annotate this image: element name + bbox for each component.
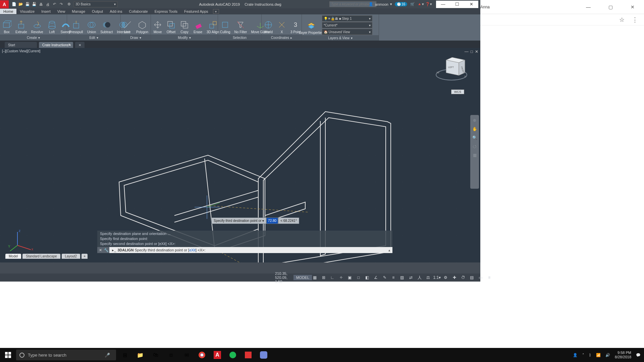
dyn-ucs-icon[interactable]: ✎ <box>382 275 388 281</box>
qat-plot-icon[interactable]: 🖶 <box>38 2 44 7</box>
panel-draw-label[interactable]: Draw ▾ <box>121 35 151 41</box>
chrome-icon[interactable] <box>195 348 209 362</box>
panel-edit-label[interactable]: Edit ▾ <box>67 35 120 41</box>
loft-button[interactable]: Loft <box>45 14 59 35</box>
tab-featured[interactable]: Featured Apps <box>181 9 212 14</box>
panel-create-label[interactable]: Create ▾ <box>0 35 67 41</box>
ucs-x-button[interactable]: X <box>275 14 288 35</box>
move-button[interactable]: Move <box>151 14 164 35</box>
mic-icon[interactable]: 🎤 <box>102 353 113 358</box>
iso-toggle-icon[interactable]: ▣ <box>347 275 353 281</box>
layout-tab-add-button[interactable]: + <box>82 254 88 259</box>
world-button[interactable]: World <box>262 14 275 35</box>
coin-badge[interactable]: 🕐 16 <box>395 2 407 6</box>
browser-menu-icon[interactable]: ⋮ <box>632 16 638 23</box>
tab-manage[interactable]: Manage <box>68 9 89 14</box>
box-button[interactable]: Box <box>0 14 13 35</box>
bluetooth-icon[interactable]: ᛒ <box>589 353 591 357</box>
qat-redo-icon[interactable]: ↷ <box>58 2 64 7</box>
cmd-expand-icon[interactable]: ▴ <box>386 248 392 252</box>
drawing-viewport[interactable]: [–][Custom View][Current] — □ ✕ <box>0 48 480 262</box>
extrude-button[interactable]: Extrude <box>13 14 29 35</box>
annotation-icon[interactable]: 人 <box>417 275 423 281</box>
customize-icon[interactable]: ≡ <box>486 275 492 281</box>
tab-visualize[interactable]: Visualize <box>16 9 38 14</box>
zoom-icon[interactable]: 🔍 <box>472 135 477 140</box>
account-button[interactable]: 👤 anmoon ▾ <box>369 2 392 6</box>
workspace-selector[interactable]: 3D Basics▾ <box>74 1 117 7</box>
cmd-close-icon[interactable]: ✕ <box>97 247 103 253</box>
view-dropdown[interactable]: 🏠 Unsaved View▾ <box>322 29 372 35</box>
window-maximize-button[interactable]: ☐ <box>450 1 464 8</box>
cleanscreen-icon[interactable]: ▭ <box>478 275 484 281</box>
mail-icon[interactable]: ✉ <box>179 348 194 362</box>
wcs-label[interactable]: WCS <box>451 89 464 94</box>
annoscale-icon[interactable]: ⚖ <box>425 275 431 281</box>
help-icon[interactable]: ❓▾ <box>426 2 431 7</box>
qat-save-icon[interactable]: 💾 <box>25 2 30 7</box>
people-icon[interactable]: 👤 <box>573 353 578 357</box>
layout-tab-layout2[interactable]: Layout2 <box>62 254 80 259</box>
grid-toggle-icon[interactable]: ▦ <box>312 275 318 281</box>
browser-close-button[interactable]: ✕ <box>626 2 639 12</box>
culling-button[interactable]: Culling <box>218 14 232 35</box>
window-minimize-button[interactable]: — <box>436 1 450 8</box>
file-tab-active[interactable]: Crate Instructions*✕ <box>39 42 73 48</box>
workspace-gear-icon[interactable]: ⚙ <box>66 2 72 7</box>
3dosnap-toggle-icon[interactable]: ◧ <box>364 275 370 281</box>
layer-step-dropdown[interactable]: 💡☀🔒🖶 ■ Step 1▾ <box>322 15 372 21</box>
ortho-toggle-icon[interactable]: ∟ <box>329 275 335 281</box>
app-red-icon[interactable] <box>241 348 256 362</box>
qat-new-icon[interactable]: 📄 <box>11 2 17 7</box>
command-line[interactable]: ✕ 🔧 ▸_ 3DALIGN Specify third destination… <box>97 247 392 253</box>
isolate-icon[interactable]: ▤ <box>469 275 475 281</box>
presspull-button[interactable]: Presspull <box>67 14 85 35</box>
autocad-taskbar-icon[interactable]: A <box>210 348 225 362</box>
transparency-icon[interactable]: ▨ <box>399 275 405 281</box>
wifi-icon[interactable]: 📶 <box>596 353 601 357</box>
cart-icon[interactable]: 🛒 <box>410 2 415 7</box>
gear-icon[interactable]: ⚙ <box>443 275 449 281</box>
steering-wheel-icon[interactable]: ⊕ <box>472 118 477 123</box>
revolve-button[interactable]: Revolve <box>29 14 45 35</box>
tab-add-button[interactable]: ▾ <box>213 9 219 14</box>
volume-icon[interactable]: 🔊 <box>605 353 610 357</box>
erase-button[interactable]: Erase <box>191 14 205 35</box>
plus-icon[interactable]: ✚ <box>451 275 458 281</box>
panel-coords-label[interactable]: Coordinates ▸ <box>262 35 302 41</box>
discord-icon[interactable] <box>256 348 271 362</box>
otrack-toggle-icon[interactable]: ∠ <box>373 275 379 281</box>
view-cube[interactable]: WS LEFT FRONT <box>435 54 468 87</box>
start-button[interactable] <box>0 348 16 362</box>
lineweight-icon[interactable]: ≡ <box>390 275 396 281</box>
osnap-toggle-icon[interactable]: □ <box>356 275 362 281</box>
pan-icon[interactable]: ✋ <box>472 126 477 132</box>
bookmark-star-icon[interactable]: ☆ <box>619 16 625 23</box>
subtract-button[interactable]: Subtract <box>98 14 115 35</box>
distance-input[interactable]: 72.80 <box>266 218 278 224</box>
offset-button[interactable]: Offset <box>164 14 178 35</box>
showmotion-icon[interactable]: ▦ <box>472 153 477 158</box>
layerprops-button[interactable]: Layer Properties <box>302 14 321 35</box>
panel-modify-label[interactable]: Modify ▾ <box>151 35 218 41</box>
taskbar-clock[interactable]: 9:58 PM 8/28/2018 <box>615 351 631 359</box>
browser-maximize-button[interactable]: ▢ <box>604 2 617 12</box>
tab-view[interactable]: View <box>54 9 69 14</box>
tray-overflow-icon[interactable]: ˄ <box>582 353 584 357</box>
tab-home[interactable]: Home <box>0 9 16 14</box>
notifications-icon[interactable]: 💬 <box>636 353 641 357</box>
file-tab-start[interactable]: Start <box>5 42 37 48</box>
close-icon[interactable]: ✕ <box>68 43 71 47</box>
orbit-icon[interactable]: ⭯ <box>472 144 477 149</box>
tab-insert[interactable]: Insert <box>38 9 54 14</box>
cmd-option[interactable]: eXit <box>189 248 196 252</box>
tab-express[interactable]: Express Tools <box>151 9 181 14</box>
tab-addins[interactable]: Add-ins <box>106 9 125 14</box>
spotify-icon[interactable] <box>225 348 240 362</box>
layout-tab-model[interactable]: Model <box>5 254 21 259</box>
scale-dropdown[interactable]: 1:1▾ <box>434 275 440 281</box>
app-home-icon[interactable]: 🔺▾ <box>418 2 423 7</box>
qat-undo-icon[interactable]: ↶ <box>52 2 57 7</box>
qat-saveas-icon[interactable]: 💾 <box>32 2 37 7</box>
hwaccel-icon[interactable]: ⏱ <box>460 275 466 281</box>
